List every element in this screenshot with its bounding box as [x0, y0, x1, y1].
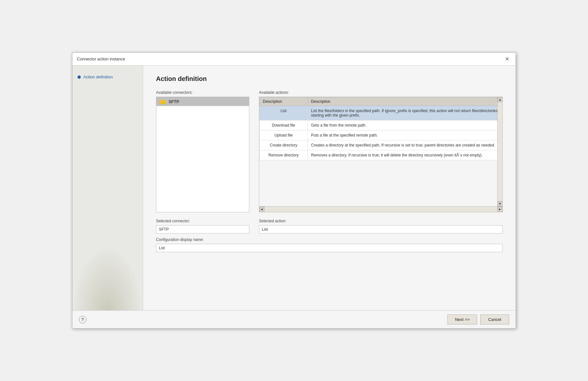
available-connectors-label: Available connectors: [156, 90, 249, 95]
scroll-track [498, 102, 502, 201]
action-name-cell: Download file [260, 120, 308, 130]
horizontal-scrollbar[interactable]: ◄ ► [259, 206, 502, 212]
selected-action-label: Selected action: [259, 219, 503, 223]
table-row[interactable]: List List the files/folders in the speci… [260, 106, 502, 120]
action-description-cell: List the files/folders in the specified … [308, 106, 502, 120]
available-actions-label: Available actions: [259, 90, 503, 95]
scroll-left-button[interactable]: ◄ [259, 207, 264, 212]
col-header-name: Description [260, 97, 308, 106]
vertical-scrollbar[interactable]: ▲ ▼ [497, 97, 502, 206]
selected-action-field: Selected action: [259, 219, 503, 234]
actions-table-body: List List the files/folders in the speci… [260, 106, 502, 160]
selected-fields-section: Selected connector: Selected action: Con… [156, 219, 503, 252]
sidebar: Action definition [72, 66, 143, 310]
table-row[interactable]: Create directory Creates a directory at … [260, 140, 502, 150]
selected-connector-field: Selected connector: [156, 219, 249, 234]
connector-item-label: SFTP [169, 99, 179, 104]
action-name-cell: Create directory [260, 140, 308, 150]
table-scroll-area: Description Description List List the fi… [259, 97, 502, 206]
action-name-cell: Upload file [260, 130, 308, 140]
table-header: Description Description [260, 97, 502, 106]
actions-table-container: Description Description List List the fi… [259, 97, 503, 212]
connector-item-sftp[interactable]: SFTP [156, 97, 249, 106]
selected-connector-input[interactable] [156, 225, 249, 234]
dialog-footer: ? Next >> Cancel [72, 310, 516, 328]
dialog-window: Connector action instance ✕ Action defin… [72, 52, 516, 329]
table-row[interactable]: Remove directory Removes a directory. If… [260, 150, 502, 160]
connectors-list[interactable]: SFTP [156, 97, 249, 212]
h-scroll-track [264, 207, 497, 212]
two-column-layout: Available connectors: [156, 90, 503, 212]
action-description-cell: Puts a file at the specified remote path… [308, 130, 502, 140]
config-display-name-input[interactable] [156, 244, 503, 252]
table-wrapper: Description Description List List the fi… [259, 97, 502, 206]
main-content: Action definition Available connectors: [143, 66, 516, 310]
action-name-cell: Remove directory [260, 150, 308, 160]
active-indicator [78, 75, 81, 79]
next-button[interactable]: Next >> [447, 315, 477, 324]
scroll-down-button[interactable]: ▼ [498, 201, 503, 206]
action-description-cell: Gets a file from the remote path. [308, 120, 502, 130]
table-row[interactable]: Download file Gets a file from the remot… [260, 120, 502, 130]
col-header-description: Description [308, 97, 502, 106]
scroll-up-button[interactable]: ▲ [498, 97, 503, 102]
dialog-title: Connector action instance [77, 57, 125, 61]
title-bar: Connector action instance ✕ [72, 53, 516, 66]
close-button[interactable]: ✕ [503, 55, 511, 63]
actions-column: Available actions: Description Descripti… [259, 90, 503, 212]
config-display-name-field: Configuration display name: [156, 237, 503, 252]
selected-action-input[interactable] [259, 225, 503, 234]
scroll-right-button[interactable]: ► [497, 207, 502, 212]
section-title: Action definition [156, 75, 503, 83]
action-name-cell: List [260, 106, 308, 120]
folder-icon [160, 99, 166, 104]
connectors-column: Available connectors: [156, 90, 249, 212]
action-description-cell: Removes a directory. If recursive is tru… [308, 150, 502, 160]
action-description-cell: Creates a directory at the specified pat… [308, 140, 502, 150]
dialog-body: Action definition Action definition Avai… [72, 66, 516, 310]
actions-table: Description Description List List the fi… [259, 97, 502, 160]
footer-buttons: Next >> Cancel [447, 315, 509, 324]
selected-row: Selected connector: Selected action: [156, 219, 503, 234]
config-display-name-label: Configuration display name: [156, 237, 503, 242]
sidebar-item-action-definition[interactable]: Action definition [72, 72, 143, 82]
help-button[interactable]: ? [79, 316, 87, 323]
svg-rect-5 [160, 100, 162, 101]
selected-connector-label: Selected connector: [156, 219, 249, 223]
cancel-button[interactable]: Cancel [480, 315, 509, 324]
sidebar-item-label: Action definition [83, 75, 113, 79]
table-row[interactable]: Upload file Puts a file at the specified… [260, 130, 502, 140]
